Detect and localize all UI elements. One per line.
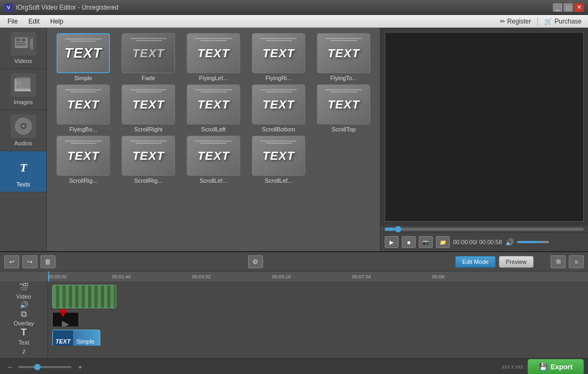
video-track-label: 🎬 Video 🔊 <box>0 282 48 309</box>
video-clip[interactable] <box>52 285 116 308</box>
storyboard-button[interactable]: ⊞ <box>551 255 566 268</box>
app-title: iOrgSoft Video Editor - Unregistered <box>16 4 552 11</box>
sidebar-audios-label: Audios <box>14 140 33 146</box>
text-thumb-scrollrig1[interactable]: TEXT <box>57 136 110 176</box>
settings-button[interactable]: ⚙ <box>248 255 263 268</box>
zoom-in-button[interactable]: + <box>75 363 85 371</box>
menu-edit[interactable]: Edit <box>23 17 45 26</box>
video-track-icon: 🎬 <box>19 282 29 292</box>
export-icon: 💾 <box>539 363 547 371</box>
text-track-label: T Text <box>0 327 48 346</box>
text-thumb-flyingleft[interactable]: TEXT <box>187 33 240 73</box>
text-thumb-scrolltop[interactable]: TEXT <box>317 84 370 124</box>
content-area: TEXT Simple TEXT Fade TEXT FlyingLef... <box>47 28 380 251</box>
menu-help[interactable]: Help <box>45 17 69 26</box>
text-thumb-flyingright[interactable]: TEXT <box>252 33 305 73</box>
sidebar-images-label: Images <box>13 99 33 105</box>
overlay-track-icon: ⧉ <box>21 309 27 319</box>
maximize-button[interactable]: □ <box>563 3 573 12</box>
minimize-button[interactable]: _ <box>553 3 562 12</box>
play-button[interactable]: ▶ <box>385 236 399 248</box>
video-clip-thumbnail <box>53 285 116 308</box>
svg-marker-1 <box>30 37 33 50</box>
text-effect-flyingleft[interactable]: TEXT FlyingLef... <box>182 33 244 81</box>
text-thumb-scrollleft[interactable]: TEXT <box>187 84 240 124</box>
audio-track-row: ♪ Audio <box>0 346 588 358</box>
screenshot-button[interactable]: 📷 <box>419 236 433 248</box>
text-effect-scrollrig2[interactable]: TEXT ScrollRig... <box>117 136 179 184</box>
sidebar-item-videos[interactable]: Videos <box>0 28 46 69</box>
close-button[interactable]: ✕ <box>574 3 584 12</box>
timeline-ruler: 00:00:00 00:01:46 00:03:32 00:05:18 00:0… <box>0 271 588 282</box>
ruler-mark-4: 00:07:04 <box>352 274 371 279</box>
text-clip[interactable]: TEXT Simple <box>52 330 100 346</box>
purchase-button[interactable]: 🛒 Purchase <box>540 17 586 26</box>
text-effect-flyingright[interactable]: TEXT FlyingRi... <box>248 33 309 81</box>
video-track-row: 🎬 Video 🔊 <box>0 282 588 309</box>
sidebar: Videos Images Audios <box>0 28 47 251</box>
text-effects-grid: TEXT Simple TEXT Fade TEXT FlyingLef... <box>52 33 375 184</box>
folder-button[interactable]: 📁 <box>436 236 450 248</box>
text-thumb-scrollrig2[interactable]: TEXT <box>122 136 175 176</box>
preview-seek <box>380 226 588 232</box>
timeline-view-button[interactable]: ≡ <box>569 255 584 268</box>
svg-point-12 <box>22 125 25 127</box>
text-track-row: T Text TEXT Simple <box>0 327 588 346</box>
zoom-out-button[interactable]: − <box>4 363 15 371</box>
timeline-tracks: 🎬 Video 🔊 ⧉ Overlay ▶ <box>0 282 588 358</box>
text-effect-simple[interactable]: TEXT Simple <box>52 33 114 81</box>
text-effect-scrollrig1[interactable]: TEXT ScrollRig... <box>52 136 114 184</box>
sidebar-item-images[interactable]: Images <box>0 69 46 110</box>
text-effect-scrolltop[interactable]: TEXT ScrollTop <box>313 84 375 133</box>
audio-track-icon: ♪ <box>22 346 26 356</box>
text-effect-scrollbottom[interactable]: TEXT ScrollBottom <box>248 84 309 133</box>
volume-icon: 🔊 <box>505 238 514 246</box>
register-button[interactable]: ✏ Register <box>496 17 536 26</box>
text-thumb-flyingtop[interactable]: TEXT <box>317 33 370 73</box>
audio-track-label: ♪ Audio <box>0 346 48 358</box>
seek-bar[interactable] <box>385 228 584 231</box>
edit-mode-button[interactable]: Edit Mode <box>455 256 496 268</box>
audios-icon <box>11 114 36 138</box>
text-thumb-scrollbottom[interactable]: TEXT <box>252 84 305 124</box>
text-thumb-flyingbottom[interactable]: TEXT <box>57 84 110 124</box>
text-clip-icon: TEXT <box>53 330 73 346</box>
text-effect-scrollright[interactable]: TEXT ScrollRight <box>117 84 179 133</box>
text-clip-name: Simple <box>73 338 98 345</box>
text-thumb-scrollright[interactable]: TEXT <box>122 84 175 124</box>
videos-icon <box>11 32 36 56</box>
undo-button[interactable]: ↩ <box>4 255 19 268</box>
text-thumb-simple[interactable]: TEXT <box>57 33 110 73</box>
text-effect-fade[interactable]: TEXT Fade <box>117 33 179 81</box>
delete-button[interactable]: 🗑 <box>41 255 55 268</box>
title-bar: V iOrgSoft Video Editor - Unregistered _… <box>0 0 588 15</box>
text-effect-scrollleft[interactable]: TEXT ScrollLeft <box>182 84 244 133</box>
text-thumb-fade[interactable]: TEXT <box>122 33 175 73</box>
text-effect-flyingtop[interactable]: TEXT FlyingTo... <box>313 33 375 81</box>
register-icon: ✏ <box>500 18 505 25</box>
text-effect-scrolllef1[interactable]: TEXT ScrollLef... <box>182 136 244 184</box>
text-thumb-scrolllef2[interactable]: TEXT <box>252 136 305 176</box>
preview-mode-button[interactable]: Preview <box>499 256 534 268</box>
overlay-clip[interactable]: ▶ <box>52 312 79 326</box>
preview-controls: ▶ ■ 📷 📁 00:00:00/ 00:00:58 🔊 <box>380 232 588 251</box>
timeline-area: ↩ ↪ 🗑 ⚙ Edit Mode Preview ⊞ ≡ 00:00:00 0… <box>0 251 588 374</box>
stop-button[interactable]: ■ <box>402 236 416 248</box>
menu-file[interactable]: File <box>2 17 23 26</box>
video-track-content <box>48 282 588 309</box>
volume-slider[interactable] <box>517 241 549 243</box>
sidebar-item-audios[interactable]: Audios <box>0 110 46 151</box>
redo-button[interactable]: ↪ <box>22 255 37 268</box>
zoom-slider[interactable] <box>18 366 71 368</box>
overlay-track-content: ▶ <box>48 309 588 326</box>
timeline-toolbar: ↩ ↪ 🗑 ⚙ Edit Mode Preview ⊞ ≡ <box>0 252 588 271</box>
ruler-mark-3: 00:05:18 <box>272 274 291 279</box>
sidebar-texts-label: Texts <box>17 181 30 188</box>
text-thumb-scrolllef1[interactable]: TEXT <box>187 136 240 176</box>
svg-text:T: T <box>20 161 28 174</box>
text-effect-flyingbottom[interactable]: TEXT FlyingBo... <box>52 84 114 133</box>
export-button[interactable]: 💾 Export <box>528 359 584 374</box>
audio-track-content <box>48 346 588 358</box>
text-effect-scrolllef2[interactable]: TEXT ScrollLef... <box>248 136 309 184</box>
sidebar-item-texts[interactable]: T Texts <box>0 151 46 192</box>
